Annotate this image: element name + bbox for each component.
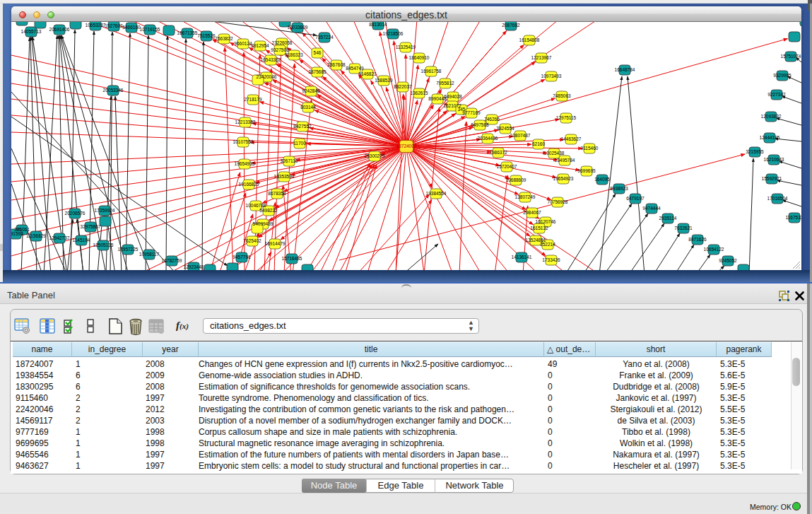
svg-text:2087682: 2087682 (502, 23, 520, 28)
svg-text:10958117: 10958117 (139, 252, 160, 257)
svg-text:3267110: 3267110 (281, 158, 298, 163)
svg-text:9327508: 9327508 (271, 47, 289, 52)
svg-text:19654923: 19654923 (553, 176, 574, 181)
svg-text:16671355: 16671355 (177, 30, 198, 35)
svg-text:13353594: 13353594 (274, 174, 295, 179)
svg-text:16648784: 16648784 (615, 67, 635, 72)
svg-text:8454749: 8454749 (346, 66, 364, 71)
svg-text:1145194: 1145194 (73, 238, 90, 243)
svg-text:6497568: 6497568 (471, 122, 489, 127)
svg-text:16154808: 16154808 (519, 37, 540, 42)
svg-text:7986372: 7986372 (489, 150, 507, 155)
svg-text:16120746: 16120746 (536, 219, 556, 224)
svg-text:12213382: 12213382 (235, 119, 256, 124)
svg-text:19384554: 19384554 (426, 191, 447, 196)
svg-text:2718179: 2718179 (244, 97, 262, 102)
svg-text:803144: 803144 (300, 105, 316, 110)
svg-text:7485063: 7485063 (553, 93, 571, 98)
svg-text:12213967: 12213967 (531, 55, 552, 60)
svg-text:10653287: 10653287 (86, 23, 106, 28)
svg-text:12923448: 12923448 (184, 264, 204, 269)
svg-text:10719155: 10719155 (140, 27, 160, 32)
svg-text:17016504: 17016504 (767, 196, 788, 201)
svg-text:12093832: 12093832 (761, 114, 782, 119)
svg-text:9474444: 9474444 (642, 206, 661, 211)
svg-text:11156829: 11156829 (26, 233, 46, 238)
svg-text:11325419: 11325419 (396, 45, 416, 49)
svg-text:8813014: 8813014 (369, 22, 387, 27)
svg-text:1527602: 1527602 (105, 23, 123, 28)
svg-text:8186323: 8186323 (285, 52, 303, 57)
svg-text:14136141: 14136141 (512, 255, 532, 259)
svg-text:7357224: 7357224 (315, 35, 334, 40)
svg-text:20364436: 20364436 (478, 136, 498, 141)
svg-text:16543362: 16543362 (261, 57, 281, 62)
svg-text:17957225: 17957225 (118, 247, 139, 252)
svg-text:5498222: 5498222 (259, 208, 278, 213)
svg-text:16782759: 16782759 (162, 258, 182, 263)
svg-text:8822037: 8822037 (394, 84, 412, 89)
svg-text:9242848: 9242848 (302, 88, 320, 93)
svg-text:8471626: 8471626 (688, 237, 707, 242)
svg-text:9227342: 9227342 (767, 92, 786, 97)
svg-text:546: 546 (314, 50, 322, 55)
svg-text:8938923: 8938923 (610, 186, 628, 191)
svg-text:10046788: 10046788 (246, 203, 266, 208)
svg-text:12975115: 12975115 (556, 115, 577, 120)
svg-text:20206576: 20206576 (65, 211, 86, 216)
svg-text:10807487: 10807487 (510, 133, 531, 138)
svg-text:14463627: 14463627 (561, 136, 582, 141)
svg-text:1733426: 1733426 (542, 257, 560, 262)
svg-text:164095: 164095 (594, 177, 610, 182)
svg-text:15720407: 15720407 (497, 164, 517, 169)
svg-text:23420046: 23420046 (257, 74, 277, 79)
svg-text:3824554: 3824554 (496, 126, 514, 131)
svg-text:15751074: 15751074 (781, 54, 801, 59)
svg-text:9245052: 9245052 (719, 258, 737, 263)
svg-text:18640910: 18640910 (409, 55, 430, 60)
svg-text:11700: 11700 (293, 141, 306, 146)
svg-text:62160: 62160 (532, 141, 545, 146)
svg-text:10033809: 10033809 (288, 25, 308, 30)
svg-text:9699695: 9699695 (577, 168, 596, 173)
svg-text:9777169: 9777169 (462, 110, 481, 115)
svg-text:9146821: 9146821 (358, 71, 377, 76)
svg-text:12942737: 12942737 (49, 235, 70, 240)
svg-text:1588520: 1588520 (375, 78, 393, 83)
svg-text:746266: 746266 (484, 117, 500, 122)
svg-text:7515526: 7515526 (197, 33, 216, 38)
svg-text:32975867: 32975867 (81, 224, 101, 229)
svg-text:8427552: 8427552 (293, 124, 312, 129)
svg-text:6466160: 6466160 (122, 25, 141, 30)
svg-text:13807249: 13807249 (515, 194, 536, 199)
svg-text:15716485: 15716485 (282, 256, 302, 261)
svg-text:16210643: 16210643 (764, 157, 784, 162)
svg-text:70756928: 70756928 (548, 199, 568, 204)
svg-text:3875685: 3875685 (308, 69, 326, 74)
svg-text:6479197: 6479197 (626, 196, 645, 201)
svg-text:10654122: 10654122 (704, 247, 724, 252)
svg-text:19654935: 19654935 (235, 161, 255, 166)
svg-text:12505135: 12505135 (93, 243, 114, 247)
svg-text:252214: 252214 (540, 242, 555, 247)
svg-text:20691406: 20691406 (49, 27, 70, 32)
svg-text:9457791: 9457791 (233, 255, 251, 259)
svg-text:8678354: 8678354 (268, 191, 286, 196)
svg-text:19166825: 19166825 (239, 182, 259, 187)
svg-text:10107553: 10107553 (233, 139, 254, 144)
svg-text:16914479: 16914479 (265, 241, 286, 246)
svg-text:15592971: 15592971 (762, 176, 782, 181)
svg-text:10973493: 10973493 (541, 74, 562, 78)
svg-text:1167533: 1167533 (786, 215, 801, 220)
svg-text:12444195: 12444195 (760, 135, 780, 140)
svg-text:7663822: 7663822 (215, 36, 233, 41)
svg-text:2935114: 2935114 (659, 216, 677, 221)
svg-text:7632621: 7632621 (674, 226, 693, 230)
svg-text:2867608: 2867608 (327, 62, 346, 67)
svg-text:14055713: 14055713 (21, 29, 42, 34)
svg-text:19218506: 19218506 (383, 31, 404, 36)
svg-text:391593: 391593 (11, 231, 23, 236)
svg-text:23226058: 23226058 (272, 40, 293, 45)
svg-text:7955812: 7955812 (436, 81, 454, 86)
svg-text:3912954: 3912954 (251, 43, 269, 48)
